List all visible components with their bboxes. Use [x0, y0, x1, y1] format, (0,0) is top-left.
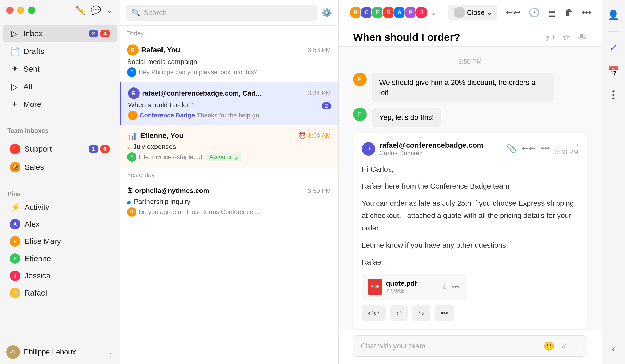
sender-info: rafael@conferencebadge.com Carlos Ramire…	[379, 141, 483, 157]
emoji-icon[interactable]: 🙂	[543, 341, 554, 351]
download-icon[interactable]: ⤓	[442, 283, 448, 291]
card-more-icon[interactable]: •••	[541, 143, 550, 153]
body-sign: Rafael	[362, 256, 578, 268]
avatar-group-expand-icon[interactable]: ⌄	[430, 8, 436, 17]
sidebar-item-all[interactable]: ▷ All	[3, 78, 117, 95]
right-panel-header: R C E S A P J ⌄ Close ⌄ ↩↩ 🕐 ▤ 🗑 •••	[339, 0, 602, 25]
sidebar-item-drafts[interactable]: 📄 Drafts	[3, 43, 117, 60]
email-from: R Rafael, You	[127, 44, 180, 56]
reply-all-card-icon[interactable]: ↩↩	[522, 143, 536, 153]
far-right-more-icon[interactable]: •••	[606, 88, 621, 103]
pins-label: Pins	[0, 187, 120, 199]
message-row-2: E Yep, let's do this!	[353, 108, 587, 127]
email-preview: R Do you agree on those terms Conference…	[127, 207, 331, 217]
user-icon[interactable]: 👤	[606, 7, 621, 23]
email-avatar: R	[127, 44, 139, 56]
close-user-avatar	[454, 7, 465, 18]
team-inboxes-label: Team Inboxes	[0, 124, 120, 135]
chat-icon[interactable]: 💬	[91, 5, 101, 15]
email-item-conference-badge[interactable]: R rafael@conferencebadge.com, Carl... 3:…	[120, 82, 338, 125]
email-header: R rafael@conferencebadge.com, Carl... 3:…	[128, 87, 331, 99]
sidebar-item-sales[interactable]: 🎯 Sales	[3, 158, 117, 176]
chat-input[interactable]: Chat with your team... 🙂 ✓ +	[353, 335, 587, 357]
sidebar-item-sent[interactable]: ✈ Sent	[3, 60, 117, 78]
clock-icon[interactable]: 🕐	[529, 7, 540, 18]
pin-jessica[interactable]: J Jessica	[3, 267, 117, 284]
nytimes-icon: 𝕿	[127, 186, 132, 196]
body-p3: Let me know if you have any other questi…	[362, 239, 578, 252]
compose-icon[interactable]: ✏️	[75, 5, 85, 15]
collapse-icon[interactable]: ‹	[606, 341, 621, 357]
sidebar-nav: ▷ Inbox 2 4 📄 Drafts ✈ Sent ▷ All + More	[0, 20, 120, 117]
trash-icon[interactable]: 🗑	[565, 8, 573, 18]
msg-bubble-2: Yep, let's do this!	[372, 108, 441, 127]
pin-etienne[interactable]: E Etienne	[3, 250, 117, 267]
msg-avatar-2: E	[353, 108, 367, 121]
time-stamp-1: 3:50 PM	[353, 58, 587, 65]
label-icon[interactable]: 🏷	[545, 32, 555, 43]
alex-label: Alex	[24, 220, 40, 229]
reply-all-icon[interactable]: ↩↩	[506, 7, 520, 18]
email-item-rafael-social[interactable]: R Rafael, You 3:53 PM Social media campa…	[120, 39, 338, 82]
inbox-label: Inbox	[23, 29, 85, 38]
chat-placeholder: Chat with your team...	[361, 342, 432, 350]
more-icon[interactable]: •••	[582, 8, 591, 18]
attachment: PDF quote.pdf 7.99KB ⤓ •••	[362, 274, 466, 300]
far-right-divider-1	[608, 31, 619, 32]
more-reply-button[interactable]: •••	[435, 305, 454, 321]
attachment-size: 7.99KB	[386, 287, 438, 294]
pin-elise[interactable]: E Elise Mary	[3, 233, 117, 250]
star-icon[interactable]: ☆	[562, 32, 570, 43]
paperclip-icon[interactable]: 📎	[506, 143, 517, 153]
reply-all-button[interactable]: ↩↩	[362, 305, 386, 321]
email-list-panel: 🔍 Search ⚙️ Today R Rafael, You 3:53 PM …	[120, 0, 339, 364]
sidebar-user-profile[interactable]: PL Philippe Lehoux ⌄	[0, 340, 120, 364]
maximize-button[interactable]	[28, 7, 35, 14]
jessica-avatar: J	[10, 271, 20, 281]
chevron-down-icon[interactable]: ⌄	[106, 5, 113, 15]
user-name: Philippe Lehoux	[24, 348, 104, 356]
sidebar-item-support[interactable]: 🔴 Support 1 6	[3, 140, 117, 158]
sender-avatar: R	[362, 142, 375, 156]
close-label: Close	[467, 9, 484, 17]
support-badge-blue: 1	[89, 145, 98, 153]
drafts-icon: 📄	[10, 46, 19, 56]
sidebar-divider-1	[0, 120, 120, 120]
forward-button[interactable]: ↪	[412, 305, 430, 321]
checkmark-icon[interactable]: ✓	[561, 341, 568, 351]
filter-icon[interactable]: ⚙️	[322, 8, 332, 18]
chat-input-area: Chat with your team... 🙂 ✓ +	[339, 330, 602, 364]
search-input[interactable]: 🔍 Search	[126, 5, 317, 21]
preview-avatar: E	[127, 152, 136, 162]
conversation-title: When should I order?	[353, 32, 460, 43]
plus-icon[interactable]: +	[574, 341, 579, 351]
pin-rafael[interactable]: R Rafael	[3, 285, 117, 301]
email-subject: Social media campaign	[127, 58, 331, 66]
close-button[interactable]	[6, 7, 14, 14]
user-chevron-icon[interactable]: ⌄	[108, 348, 113, 356]
email-item-orphelia[interactable]: 𝕿 orphelia@nytimes.com 3:50 PM Partnersh…	[120, 181, 338, 222]
email-item-etienne-expenses[interactable]: 📊 Etienne, You ⏰ 8:00 AM ● July expenses…	[120, 125, 338, 167]
close-button[interactable]: Close ⌄	[448, 5, 497, 20]
pin-alex[interactable]: A Alex	[3, 216, 117, 233]
reply-button[interactable]: ↩	[390, 305, 408, 321]
email-card: R rafael@conferencebadge.com Carlos Rami…	[353, 133, 587, 329]
header-actions: Close ⌄ ↩↩ 🕐 ▤ 🗑 •••	[448, 5, 591, 20]
all-icon: ▷	[10, 82, 19, 92]
search-icon: 🔍	[131, 8, 140, 17]
user-avatar: PL	[6, 345, 20, 359]
archive-icon[interactable]: ▤	[548, 7, 556, 18]
eye-icon[interactable]: 👁	[578, 32, 587, 43]
attachment-more-icon[interactable]: •••	[452, 283, 459, 291]
pin-activity[interactable]: ⚡ Activity	[3, 199, 117, 215]
email-card-time: 3:33 PM	[555, 148, 578, 156]
minimize-button[interactable]	[17, 7, 24, 14]
expand-icon[interactable]: ›	[576, 141, 578, 148]
email-card-header: R rafael@conferencebadge.com Carlos Rami…	[362, 141, 578, 157]
calendar-icon[interactable]: 📅	[606, 64, 621, 79]
sidebar-item-inbox[interactable]: ▷ Inbox 2 4	[3, 25, 117, 42]
email-preview: R Conference Badge Thanks for the help g…	[128, 111, 331, 120]
sidebar-item-more[interactable]: + More	[3, 96, 117, 113]
check-icon[interactable]: ✓	[606, 40, 621, 55]
attachment-name: quote.pdf	[386, 279, 438, 287]
